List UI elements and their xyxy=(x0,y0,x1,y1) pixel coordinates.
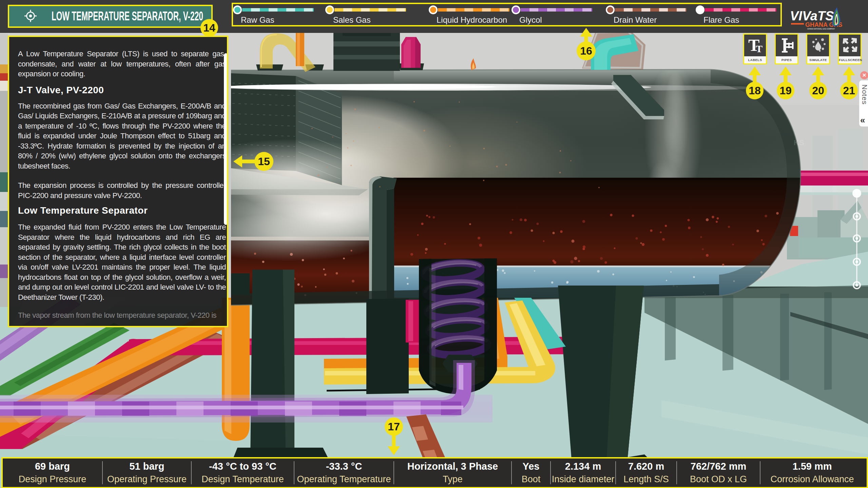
svg-text:14: 14 xyxy=(203,22,215,34)
svg-text:VIVaTS: VIVaTS xyxy=(790,9,834,23)
svg-text:15: 15 xyxy=(258,155,270,168)
svg-text:16: 16 xyxy=(580,45,592,57)
svg-text:19: 19 xyxy=(779,84,792,97)
svg-text:20: 20 xyxy=(812,84,824,97)
svg-text:17: 17 xyxy=(388,421,400,433)
svg-text:21: 21 xyxy=(843,84,855,97)
svg-text:18: 18 xyxy=(749,84,761,97)
svg-text:GHANA NATIONAL GAS COMPANY: GHANA NATIONAL GAS COMPANY xyxy=(807,28,835,30)
